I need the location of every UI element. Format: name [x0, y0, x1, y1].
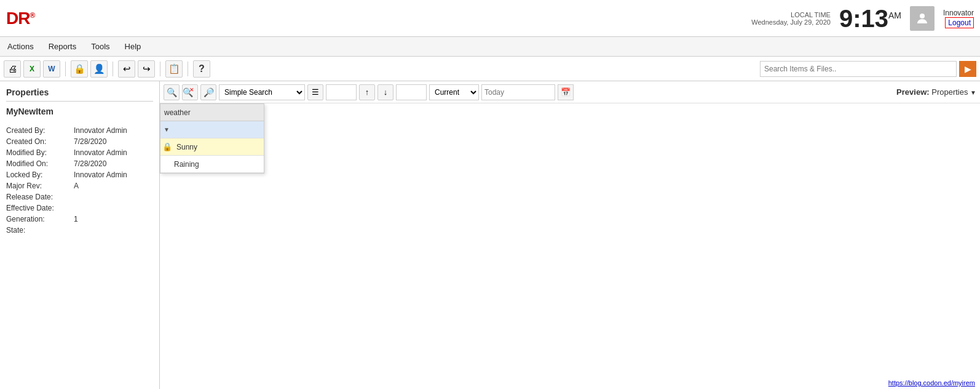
search-items-input[interactable] — [760, 61, 957, 77]
top-header: DR® LOCAL TIME Wednesday, July 29, 2020 … — [0, 0, 980, 37]
menu-actions[interactable]: Actions — [0, 39, 41, 54]
prop-value: 7/28/2020 — [74, 159, 106, 168]
properties-list: Created By:Innovator AdminCreated On:7/2… — [6, 126, 153, 235]
separator-3 — [160, 62, 160, 76]
menu-tools[interactable]: Tools — [84, 39, 117, 54]
item-table: weather ▼ 🔒 Sunny Raining — [160, 103, 264, 174]
time-section: LOCAL TIME Wednesday, July 29, 2020 — [751, 11, 831, 26]
prop-label: Created On: — [6, 137, 74, 146]
preview-label: Preview: Properties ▼ — [896, 87, 976, 97]
redo-button[interactable]: ↪ — [138, 60, 155, 78]
clock: 9:13AM — [839, 6, 901, 31]
version-select[interactable]: Current All Released — [429, 84, 479, 100]
search-items-button[interactable]: ▶ — [959, 61, 976, 77]
separator-1 — [65, 62, 66, 76]
date-input[interactable] — [481, 84, 555, 100]
item-name: MyNewItem — [6, 106, 153, 116]
toolbar: 🖨 X W 🔒 👤 ↩ ↪ 📋 ? ▶ — [0, 57, 980, 81]
prop-label: Release Date: — [6, 193, 74, 201]
property-row: Locked By:Innovator Admin — [6, 170, 153, 179]
prop-value: 1 — [74, 215, 78, 223]
property-row: Created On:7/28/2020 — [6, 137, 153, 146]
user-avatar — [910, 6, 935, 31]
property-row: State: — [6, 226, 153, 235]
prop-value: 7/28/2020 — [74, 137, 106, 146]
prop-label: State: — [6, 226, 74, 235]
table-row[interactable]: 🔒 Sunny — [160, 138, 264, 156]
row-text-raining: Raining — [160, 160, 264, 169]
prop-value: Innovator Admin — [74, 170, 127, 179]
row-text-sunny: Sunny — [174, 143, 264, 151]
menu-reports[interactable]: Reports — [41, 39, 84, 54]
excel-button[interactable]: X — [23, 60, 41, 78]
undo-button[interactable]: ↩ — [118, 60, 135, 78]
sort-desc-button[interactable]: ↓ — [377, 84, 393, 100]
search-button[interactable]: 🔍 — [164, 84, 180, 100]
clear-search-button[interactable]: 🔍✕ — [182, 84, 198, 100]
menu-bar: Actions Reports Tools Help — [0, 37, 980, 57]
search-mode-select[interactable]: Simple Search Advanced Search Saved Sear… — [219, 84, 305, 100]
local-time-label: LOCAL TIME — [751, 11, 831, 18]
prop-label: Modified On: — [6, 159, 74, 168]
menu-help[interactable]: Help — [117, 39, 149, 54]
clipboard-button[interactable]: 📋 — [165, 60, 183, 78]
logout-button[interactable]: Logout — [945, 17, 974, 28]
username: Innovator — [943, 9, 974, 17]
separator-4 — [188, 62, 188, 76]
footer-link[interactable]: https://blog.codon.ed/myirem — [888, 379, 975, 387]
prop-label: Locked By: — [6, 170, 74, 179]
app-logo: DR® — [6, 9, 34, 28]
prop-label: Major Rev: — [6, 182, 74, 190]
main-area: Properties MyNewItem Created By:Innovato… — [0, 81, 980, 389]
property-row: Modified By:Innovator Admin — [6, 148, 153, 157]
property-row: Created By:Innovator Admin — [6, 126, 153, 135]
date-label: Wednesday, July 29, 2020 — [751, 18, 831, 26]
sort-asc-button[interactable]: ↑ — [359, 84, 375, 100]
clock-ampm: AM — [888, 10, 901, 20]
left-panel: Properties MyNewItem Created By:Innovato… — [0, 81, 160, 389]
prop-label: Created By: — [6, 126, 74, 135]
panel-title: Properties — [6, 87, 153, 102]
calendar-button[interactable]: 📅 — [558, 84, 574, 100]
search-toolbar: 🔍 🔍✕ 🔎 Simple Search Advanced Search Sav… — [160, 81, 980, 103]
table-row[interactable]: Raining — [160, 156, 264, 173]
property-row: Effective Date: — [6, 204, 153, 212]
table-area: weather ▼ 🔒 Sunny Raining https://b — [160, 103, 980, 389]
property-row: Generation:1 — [6, 215, 153, 223]
header-right: LOCAL TIME Wednesday, July 29, 2020 9:13… — [751, 6, 974, 31]
prop-value: A — [74, 182, 79, 190]
property-row: Major Rev:A — [6, 182, 153, 190]
prop-label: Effective Date: — [6, 204, 74, 212]
separator-2 — [113, 62, 113, 76]
lock-icon: 🔒 — [160, 142, 174, 151]
property-row: Release Date: — [6, 193, 153, 201]
prop-label: Generation: — [6, 215, 74, 223]
offset-input[interactable] — [326, 84, 357, 100]
table-header-row: weather — [160, 104, 264, 121]
property-row: Modified On:7/28/2020 — [6, 159, 153, 168]
user-section: Innovator Logout — [943, 9, 974, 28]
user-button[interactable]: 👤 — [90, 60, 108, 78]
filter-button[interactable]: 🔎 — [200, 84, 216, 100]
prop-value: Innovator Admin — [74, 126, 127, 135]
print-button[interactable]: 🖨 — [4, 60, 21, 78]
max-rows-input[interactable] — [396, 84, 427, 100]
right-content: 🔍 🔍✕ 🔎 Simple Search Advanced Search Sav… — [160, 81, 980, 389]
word-button[interactable]: W — [43, 60, 60, 78]
table-row[interactable]: ▼ — [160, 121, 264, 138]
prop-label: Modified By: — [6, 148, 74, 157]
lock-button[interactable]: 🔒 — [71, 60, 88, 78]
column-header: weather — [160, 108, 264, 117]
expand-icon: ▼ — [160, 126, 173, 133]
help-button[interactable]: ? — [193, 60, 210, 78]
svg-point-0 — [920, 14, 925, 18]
prop-value: Innovator Admin — [74, 148, 127, 157]
columns-button[interactable]: ☰ — [307, 84, 323, 100]
